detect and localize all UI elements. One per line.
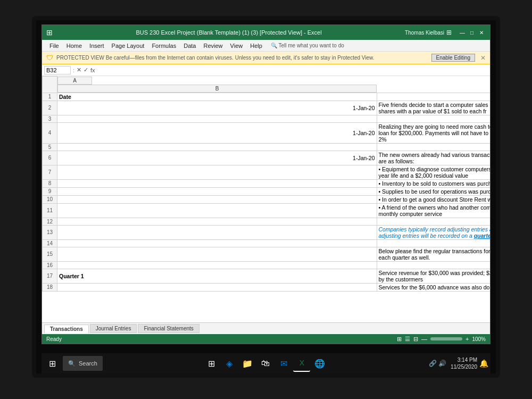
menu-data[interactable]: Data bbox=[180, 42, 199, 49]
cell-b9[interactable]: • Supplies to be used for operations was… bbox=[377, 187, 490, 195]
table-row: 7 • Equipment to diagnose customer compu… bbox=[43, 165, 491, 179]
search-icon: 🔍 bbox=[68, 360, 76, 367]
row-num-11: 11 bbox=[43, 203, 57, 218]
formula-divider: : bbox=[73, 67, 74, 73]
cell-b16[interactable] bbox=[377, 261, 490, 269]
cell-a3[interactable] bbox=[57, 115, 377, 122]
menu-home[interactable]: Home bbox=[63, 42, 85, 49]
cell-b17[interactable]: Service revenue for $30,000 was provided… bbox=[377, 269, 490, 283]
row-num-6: 6 bbox=[43, 151, 57, 165]
cell-a5[interactable] bbox=[57, 143, 377, 151]
task-view-button[interactable]: ⊞ bbox=[203, 355, 220, 372]
spreadsheet-area: A B 1 Date Transaction bbox=[42, 76, 490, 322]
close-button[interactable]: ✕ bbox=[477, 28, 486, 37]
cell-b3[interactable] bbox=[377, 115, 490, 122]
cell-b8[interactable]: • Inventory to be sold to customers was … bbox=[377, 179, 490, 187]
mail-icon[interactable]: ✉ bbox=[275, 355, 292, 372]
laptop-bezel: ⊞ BUS 230 Excel Project (Blank Template)… bbox=[32, 16, 500, 378]
start-button[interactable]: ⊞ bbox=[44, 355, 61, 372]
formula-input[interactable] bbox=[97, 67, 488, 73]
tab-transactions[interactable]: Transactions bbox=[44, 325, 89, 333]
cell-a4[interactable]: 1-Jan-20 bbox=[57, 122, 377, 143]
protected-bar-close[interactable]: ✕ bbox=[480, 54, 486, 62]
cell-a13[interactable] bbox=[57, 225, 377, 239]
cell-b7[interactable]: • Equipment to diagnose customer compute… bbox=[377, 165, 490, 179]
menu-page-layout[interactable]: Page Layout bbox=[109, 42, 148, 49]
cell-b4[interactable]: Realizing they are going to need more ca… bbox=[377, 122, 490, 143]
network-icon[interactable]: 🔗 bbox=[429, 360, 437, 367]
confirm-formula-icon[interactable]: ✓ bbox=[84, 66, 88, 73]
cell-b13[interactable]: Companies typically record adjusting ent… bbox=[377, 225, 490, 239]
menu-formulas[interactable]: Formulas bbox=[148, 42, 179, 49]
zoom-slider[interactable] bbox=[430, 337, 462, 340]
cell-a1[interactable]: Date bbox=[57, 93, 377, 101]
maximize-button[interactable]: □ bbox=[468, 28, 476, 37]
cell-a2[interactable]: 1-Jan-20 bbox=[57, 101, 377, 115]
window-controls: — □ ✕ bbox=[458, 28, 486, 37]
grid-icon: ⊞ bbox=[446, 29, 452, 36]
taskbar-search[interactable]: 🔍 Search bbox=[63, 356, 103, 371]
view-normal-icon[interactable]: ⊞ bbox=[397, 336, 402, 343]
edge-icon[interactable]: ◈ bbox=[221, 355, 238, 372]
insert-function-icon[interactable]: fx bbox=[90, 67, 95, 73]
zoom-in-icon[interactable]: + bbox=[466, 336, 469, 342]
menu-insert[interactable]: Insert bbox=[86, 42, 107, 49]
cell-a15[interactable] bbox=[57, 247, 377, 261]
tell-me-input[interactable]: 🔍 Tell me what you want to do bbox=[271, 43, 344, 48]
col-header-a[interactable]: A bbox=[57, 77, 92, 85]
store-icon[interactable]: 🛍 bbox=[257, 355, 274, 372]
view-layout-icon[interactable]: ☰ bbox=[405, 336, 410, 343]
cell-a14[interactable] bbox=[57, 239, 377, 247]
cell-b18[interactable]: Services for the $6,000 advance was also… bbox=[377, 283, 490, 291]
cell-b12[interactable] bbox=[377, 218, 490, 225]
sheet-content[interactable]: A B 1 Date Transaction bbox=[42, 76, 490, 322]
spreadsheet-grid: A B 1 Date Transaction bbox=[42, 76, 490, 292]
menu-review[interactable]: Review bbox=[200, 42, 226, 49]
tab-journal-entries[interactable]: Journal Entries bbox=[90, 324, 137, 333]
cell-a9[interactable] bbox=[57, 187, 377, 195]
menu-help[interactable]: Help bbox=[247, 42, 265, 49]
cell-a6[interactable]: 1-Jan-20 bbox=[57, 151, 377, 165]
menu-view[interactable]: View bbox=[227, 42, 246, 49]
row-num-4: 4 bbox=[43, 122, 57, 143]
tab-financial-statements[interactable]: Financial Statements bbox=[138, 324, 199, 333]
cell-a12[interactable] bbox=[57, 218, 377, 225]
cell-a17[interactable]: Quarter 1 bbox=[57, 269, 377, 283]
cell-b14[interactable] bbox=[377, 239, 490, 247]
cell-b15[interactable]: Below please find the regular transactio… bbox=[377, 247, 490, 261]
cancel-formula-icon[interactable]: ✕ bbox=[77, 66, 81, 73]
date-display: 11/25/2020 bbox=[451, 363, 477, 370]
menu-file[interactable]: File bbox=[46, 42, 62, 49]
excel-taskbar-icon[interactable]: X bbox=[293, 355, 310, 372]
table-row: 15 Below please find the regular transac… bbox=[43, 247, 491, 261]
table-row: 12 bbox=[43, 218, 491, 225]
cell-b2[interactable]: Five friends decide to start a computer … bbox=[377, 101, 490, 115]
protected-icon: 🛡 bbox=[46, 54, 53, 62]
cell-reference-input[interactable] bbox=[44, 66, 71, 74]
minimize-button[interactable]: — bbox=[458, 28, 467, 37]
table-row: 4 1-Jan-20 Realizing they are going to n… bbox=[43, 122, 491, 143]
cell-a7[interactable] bbox=[57, 165, 377, 179]
cell-b10[interactable]: • In order to get a good discount Store … bbox=[377, 195, 490, 203]
cell-b1[interactable]: Transaction bbox=[377, 93, 490, 101]
notification-icon[interactable]: 🔔 bbox=[479, 359, 488, 368]
row-num-10: 10 bbox=[43, 195, 57, 203]
volume-icon[interactable]: 🔊 bbox=[438, 360, 446, 367]
cell-a11[interactable] bbox=[57, 203, 377, 218]
protected-view-bar: 🛡 PROTECTED VIEW Be careful—files from t… bbox=[42, 52, 490, 64]
view-page-break-icon[interactable]: ⊟ bbox=[413, 336, 418, 343]
col-header-b[interactable]: B bbox=[57, 85, 377, 93]
browser-icon[interactable]: 🌐 bbox=[311, 355, 328, 372]
cell-a18[interactable] bbox=[57, 283, 377, 291]
cell-a10[interactable] bbox=[57, 195, 377, 203]
cell-a8[interactable] bbox=[57, 179, 377, 187]
file-explorer-icon[interactable]: 📁 bbox=[239, 355, 256, 372]
zoom-out-icon[interactable]: — bbox=[421, 336, 427, 342]
cell-a16[interactable] bbox=[57, 261, 377, 269]
cell-b6[interactable]: The new owners already had various trans… bbox=[377, 151, 490, 165]
cell-b11[interactable]: • A friend of the owners who had another… bbox=[377, 203, 490, 218]
excel-logo-icon: ⊞ bbox=[46, 28, 53, 37]
clock[interactable]: 3:14 PM 11/25/2020 bbox=[451, 356, 477, 370]
cell-b5[interactable] bbox=[377, 143, 490, 151]
enable-editing-button[interactable]: Enable Editing bbox=[431, 54, 476, 62]
